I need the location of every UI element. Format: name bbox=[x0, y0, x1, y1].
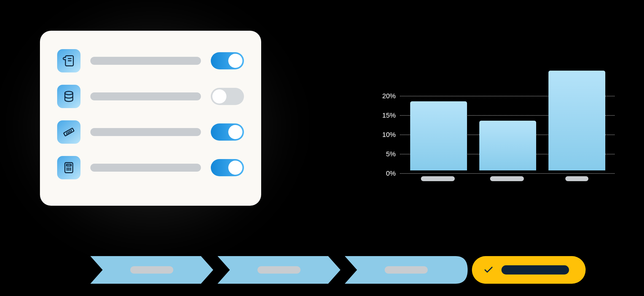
setting-label-placeholder bbox=[90, 57, 201, 65]
workflow-step-3[interactable] bbox=[345, 256, 468, 284]
toggle-knob bbox=[212, 89, 226, 103]
ruler-icon bbox=[57, 120, 80, 144]
y-tick-label: 10% bbox=[378, 131, 396, 139]
svg-rect-3 bbox=[64, 128, 74, 136]
svg-point-2 bbox=[65, 92, 73, 95]
setting-row-1 bbox=[57, 49, 244, 72]
toggle-3[interactable] bbox=[211, 123, 244, 141]
toggle-1[interactable] bbox=[211, 52, 244, 69]
chart-bar-3 bbox=[548, 71, 605, 170]
y-tick-label: 15% bbox=[378, 111, 396, 119]
svg-point-10 bbox=[67, 168, 68, 169]
scroll-icon bbox=[57, 49, 80, 72]
svg-point-13 bbox=[67, 169, 68, 170]
toggle-2[interactable] bbox=[211, 88, 244, 105]
svg-line-5 bbox=[68, 132, 69, 133]
setting-row-3 bbox=[57, 120, 244, 144]
x-category-placeholder bbox=[490, 176, 524, 181]
svg-point-15 bbox=[70, 169, 71, 170]
setting-label-placeholder bbox=[90, 92, 201, 100]
check-icon bbox=[482, 264, 495, 276]
svg-point-12 bbox=[70, 168, 71, 169]
chart-bar-1 bbox=[410, 101, 467, 170]
setting-label-placeholder bbox=[90, 128, 201, 136]
chart-bar-2 bbox=[479, 121, 536, 170]
x-category-placeholder bbox=[421, 176, 455, 181]
svg-line-7 bbox=[70, 130, 72, 131]
setting-row-2 bbox=[57, 85, 244, 108]
svg-rect-9 bbox=[67, 164, 71, 166]
step-label-placeholder bbox=[385, 266, 428, 274]
x-category-placeholder bbox=[565, 176, 588, 181]
bar-chart: 20% 15% 10% 5% 0% bbox=[378, 77, 615, 181]
toggle-knob bbox=[228, 54, 242, 68]
workflow-stepper bbox=[90, 256, 586, 284]
svg-point-14 bbox=[69, 169, 69, 170]
setting-row-4 bbox=[57, 156, 244, 179]
database-icon bbox=[57, 85, 80, 108]
gridline bbox=[400, 173, 615, 174]
y-tick-label: 5% bbox=[378, 150, 396, 158]
svg-point-11 bbox=[69, 168, 69, 169]
toggle-knob bbox=[228, 125, 242, 139]
step-label-placeholder bbox=[257, 266, 300, 274]
svg-line-6 bbox=[69, 131, 71, 132]
workflow-step-1[interactable] bbox=[90, 256, 213, 284]
settings-panel bbox=[40, 31, 261, 206]
y-tick-label: 0% bbox=[378, 169, 396, 177]
y-tick-label: 20% bbox=[378, 92, 396, 100]
calculator-icon bbox=[57, 156, 80, 179]
step-label-placeholder bbox=[130, 266, 173, 274]
workflow-step-final[interactable] bbox=[472, 256, 586, 284]
svg-line-4 bbox=[66, 133, 68, 134]
toggle-4[interactable] bbox=[211, 159, 244, 176]
final-label-placeholder bbox=[501, 265, 569, 275]
workflow-step-2[interactable] bbox=[218, 256, 340, 284]
setting-label-placeholder bbox=[90, 164, 201, 172]
toggle-knob bbox=[228, 161, 242, 175]
